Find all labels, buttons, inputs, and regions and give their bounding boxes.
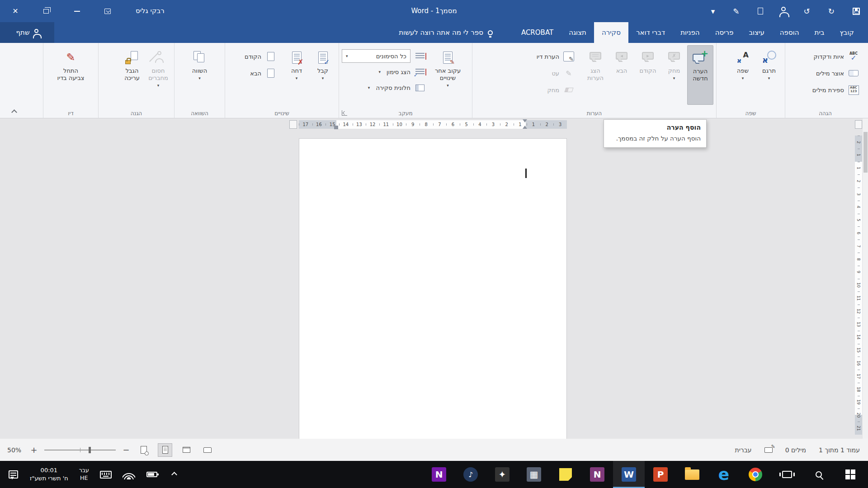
zoom-level[interactable]: 50%: [7, 446, 24, 454]
ruler-number: 9: [406, 120, 420, 129]
word-count-indicator[interactable]: 0 מילים: [785, 446, 806, 454]
task-view-button[interactable]: [771, 461, 803, 488]
indent-marker[interactable]: [523, 119, 527, 125]
taskbar-app-photo-tool[interactable]: ✦: [486, 461, 518, 488]
spelling-grammar-button[interactable]: ABC✓ איות ודקדוק: [788, 49, 863, 64]
taskbar-app-edge[interactable]: e: [708, 461, 740, 488]
tab-insert[interactable]: הוספה: [772, 22, 807, 43]
tab-selector[interactable]: [289, 120, 297, 129]
show-markup-button[interactable]: הצג סימון ▾: [342, 65, 426, 79]
print-layout-view-button[interactable]: [158, 443, 172, 457]
tab-references[interactable]: הפניות: [673, 22, 707, 43]
tab-mailings[interactable]: דברי דואר: [628, 22, 673, 43]
reject-change-button[interactable]: ✗ דחה ▾: [283, 45, 310, 105]
delete-comment-button[interactable]: ✗ מחק ▾: [661, 45, 687, 105]
word-count-button[interactable]: ABC123 ספירת מילים: [788, 83, 863, 97]
taskbar-app-sticky-notes[interactable]: [550, 461, 581, 488]
ribbon-display-options-button[interactable]: [92, 0, 123, 22]
draw-mode-button[interactable]: ✎: [733, 7, 739, 16]
previous-change-button[interactable]: ▸ הקודם: [242, 49, 280, 64]
language-button[interactable]: Aא שפה ▾: [730, 45, 756, 105]
restore-window-button[interactable]: [31, 0, 61, 22]
app-icon: [685, 469, 699, 480]
new-comment-button[interactable]: + הערה חדשה: [687, 45, 713, 105]
document-page[interactable]: [299, 138, 567, 439]
ink-comment-icon: [562, 50, 575, 63]
time: 00:01: [30, 466, 68, 474]
taskbar-app-file-explorer[interactable]: [676, 461, 708, 488]
zoom-slider[interactable]: [44, 450, 116, 450]
tab-file[interactable]: קובץ: [832, 22, 862, 43]
touch-keyboard-button[interactable]: [100, 471, 112, 479]
scrollbar-thumb[interactable]: [863, 132, 868, 173]
input-language-indicator[interactable]: עבר HE: [79, 467, 89, 482]
track-changes-button[interactable]: ✎ עקוב אחר שינויים ▾: [426, 45, 469, 105]
pen-button[interactable]: ✎ עט: [534, 66, 578, 80]
restore-icon: [43, 9, 49, 14]
zoom-slider-thumb[interactable]: [89, 447, 91, 453]
accept-change-button[interactable]: ✓ קבל ▾: [310, 45, 336, 105]
ruler-number: 6: [446, 120, 460, 129]
hidden-icons-button[interactable]: [169, 473, 180, 477]
translate-button[interactable]: א תרגם ▾: [756, 45, 782, 105]
minimize-window-button[interactable]: [61, 0, 92, 22]
share-button[interactable]: שתף: [0, 22, 54, 43]
read-mode-view-button[interactable]: [200, 443, 215, 457]
taskbar-app-onenote-2016[interactable]: N: [423, 461, 455, 488]
close-window-button[interactable]: ✕: [0, 0, 31, 22]
thesaurus-button[interactable]: אוצר מילים: [788, 66, 863, 80]
network-button[interactable]: [123, 470, 135, 479]
tell-me-box[interactable]: ספר לי מה אתה רוצה לעשות: [399, 22, 493, 43]
accept-icon: ✓: [318, 47, 328, 67]
page-indicator[interactable]: עמוד 1 מתוך 1: [819, 446, 860, 454]
margin-marker[interactable]: [334, 126, 338, 129]
battery-button[interactable]: [146, 472, 158, 477]
undo-button[interactable]: ↺: [804, 7, 810, 16]
zoom-out-button[interactable]: −: [123, 445, 130, 455]
compare-button[interactable]: השווה ▾: [187, 45, 213, 105]
vertical-scrollbar[interactable]: [862, 118, 868, 439]
ruler-number: 17: [855, 370, 862, 383]
show-markup-icon: [414, 66, 426, 78]
signed-in-user[interactable]: רבקי גליס: [136, 0, 165, 22]
taskbar-app-media-player[interactable]: ♪: [455, 461, 486, 488]
previous-comment-button[interactable]: ▸ הקודם: [635, 45, 661, 105]
taskbar-app-chrome[interactable]: [740, 461, 771, 488]
reviewing-pane-button[interactable]: חלונית סקירה ▾: [342, 81, 426, 94]
ruler-toggle-button[interactable]: [855, 120, 862, 129]
tab-view[interactable]: תצוגה: [561, 22, 594, 43]
tab-design[interactable]: עיצוב: [741, 22, 772, 43]
taskbar-app-onenote[interactable]: N: [581, 461, 613, 488]
collapse-ribbon-button[interactable]: [10, 107, 18, 114]
taskbar-app-word[interactable]: W: [613, 461, 645, 488]
chevron-down-icon: ▾: [742, 76, 744, 80]
tab-home[interactable]: בית: [807, 22, 832, 43]
zoom-in-button[interactable]: +: [30, 445, 38, 455]
block-authors-button[interactable]: חסום מחברים ▾: [145, 45, 171, 105]
start-button[interactable]: [835, 461, 866, 488]
taskbar-app-powerpoint[interactable]: P: [645, 461, 676, 488]
ink-comment-button[interactable]: הערת דיו: [534, 49, 578, 64]
save-button[interactable]: [853, 8, 860, 15]
proofing-status-icon[interactable]: [764, 447, 773, 453]
new-document-button[interactable]: [758, 8, 763, 14]
show-comments-button[interactable]: הצג הערות: [582, 45, 609, 105]
next-change-button[interactable]: ◂ הבא: [242, 66, 280, 80]
zoom-to-fit-button[interactable]: [137, 443, 151, 457]
eraser-button[interactable]: מחק: [534, 83, 578, 97]
taskbar-app-store[interactable]: ▦: [518, 461, 550, 488]
customize-qat-button[interactable]: ▾: [711, 7, 715, 16]
tab-layout[interactable]: פריסה: [708, 22, 741, 43]
action-center-button[interactable]: [7, 470, 19, 479]
tab-review[interactable]: סקירה: [594, 22, 628, 43]
language-indicator[interactable]: עברית: [735, 446, 752, 454]
search-button[interactable]: [803, 461, 835, 488]
display-for-review-select[interactable]: כל הסימונים ▾: [342, 49, 410, 63]
redo-button[interactable]: ↻: [828, 7, 835, 16]
tab-acrobat[interactable]: ACROBAT: [514, 22, 561, 43]
next-comment-button[interactable]: ◂ הבא: [609, 45, 635, 105]
clock[interactable]: 00:01 ח' תשרי תשע"ז: [30, 466, 68, 483]
restrict-editing-button[interactable]: הגבל עריכה: [119, 45, 145, 105]
web-layout-view-button[interactable]: [179, 443, 193, 457]
start-inking-button[interactable]: ✎ התחל צביעה בדיו: [56, 45, 86, 105]
